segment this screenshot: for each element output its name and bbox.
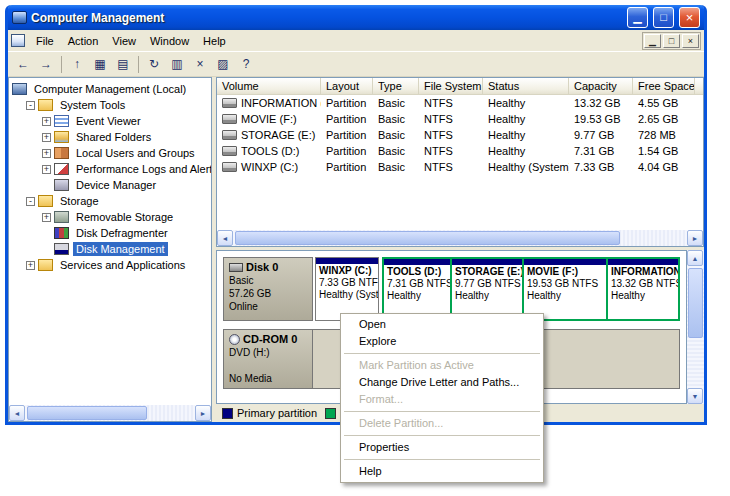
collapse-expander-icon[interactable]: -: [26, 197, 35, 206]
forward-icon[interactable]: →: [35, 54, 57, 75]
folder-icon: [38, 259, 53, 271]
primary-partition-color-icon: [222, 408, 233, 419]
cdrom-label[interactable]: CD-ROM 0 DVD (H:) No Media: [223, 329, 313, 389]
column-header-type[interactable]: Type: [373, 78, 419, 94]
context-menu-item-format: Format...: [342, 391, 542, 408]
event-viewer-icon: [54, 115, 69, 127]
help-icon[interactable]: ?: [235, 54, 257, 75]
menu-view[interactable]: View: [105, 32, 143, 50]
collapse-expander-icon[interactable]: -: [26, 101, 35, 110]
scroll-right-icon[interactable]: ►: [687, 230, 703, 246]
sidebar-item-disk-management[interactable]: Disk Management: [9, 241, 211, 257]
sidebar-item-device-manager[interactable]: Device Manager: [9, 177, 211, 193]
disk0-row: Disk 0 Basic 57.26 GB Online WINXP (C:) …: [223, 257, 680, 321]
expand-expander-icon[interactable]: +: [42, 117, 51, 126]
cdrom-media-status: No Media: [229, 372, 307, 385]
partition-information[interactable]: INFORMATION (G:) 13.32 GB NTFS Healthy: [608, 259, 678, 319]
cdrom-drive: DVD (H:): [229, 346, 307, 359]
sidebar-item-system-tools[interactable]: - System Tools: [9, 97, 211, 113]
column-header-layout[interactable]: Layout: [321, 78, 373, 94]
tree-horizontal-scrollbar[interactable]: ◄ ►: [9, 405, 211, 421]
child-close-button[interactable]: ×: [682, 34, 699, 48]
table-row-winxp[interactable]: WINXP (C:) Partition Basic NTFS Healthy …: [217, 159, 703, 175]
table-row-movie[interactable]: MOVIE (F:) Partition Basic NTFS Healthy …: [217, 111, 703, 127]
volume-list-body: INFORMATION (G:) Partition Basic NTFS He…: [217, 95, 703, 230]
child-restore-button[interactable]: □: [663, 34, 680, 48]
child-window-icon[interactable]: [11, 34, 25, 47]
scrollbar-thumb[interactable]: [688, 268, 703, 338]
context-menu-item-properties[interactable]: Properties: [342, 439, 542, 456]
maximize-button[interactable]: □: [653, 7, 674, 28]
close-button[interactable]: ×: [679, 7, 700, 28]
menu-file[interactable]: File: [29, 32, 61, 50]
context-menu-item-mark-partition-active: Mark Partition as Active: [342, 357, 542, 374]
console-tree: Computer Management (Local) - System Too…: [9, 78, 211, 405]
context-menu-item-explore[interactable]: Explore: [342, 333, 542, 350]
table-row-tools[interactable]: TOOLS (D:) Partition Basic NTFS Healthy …: [217, 143, 703, 159]
expand-expander-icon[interactable]: +: [26, 261, 35, 270]
sidebar-item-storage[interactable]: - Storage: [9, 193, 211, 209]
device-manager-icon: [54, 179, 69, 191]
menu-help[interactable]: Help: [196, 32, 233, 50]
table-row-storage[interactable]: STORAGE (E:) Partition Basic NTFS Health…: [217, 127, 703, 143]
sidebar-item-removable-storage[interactable]: + Removable Storage: [9, 209, 211, 225]
volume-list-header: Volume Layout Type File System Status Ca…: [217, 78, 703, 95]
context-menu-item-help[interactable]: Help: [342, 463, 542, 480]
volume-icon: [222, 114, 237, 124]
delete-icon[interactable]: ×: [189, 54, 211, 75]
column-header-file-system[interactable]: File System: [419, 78, 483, 94]
properties-icon[interactable]: ▨: [212, 54, 234, 75]
table-row-information[interactable]: INFORMATION (G:) Partition Basic NTFS He…: [217, 95, 703, 111]
sidebar-item-disk-defragmenter[interactable]: Disk Defragmenter: [9, 225, 211, 241]
refresh-icon[interactable]: ↻: [143, 54, 165, 75]
child-window-controls: ▁ □ ×: [642, 32, 701, 50]
menu-window[interactable]: Window: [143, 32, 196, 50]
up-level-icon[interactable]: ↑: [66, 54, 88, 75]
scrollbar-thumb[interactable]: [235, 231, 620, 245]
child-minimize-button[interactable]: ▁: [644, 34, 661, 48]
folder-icon: [38, 99, 53, 111]
scroll-right-icon[interactable]: ►: [195, 405, 211, 421]
sidebar-item-performance-logs[interactable]: + Performance Logs and Alerts: [9, 161, 211, 177]
volume-list-horizontal-scrollbar[interactable]: ◄ ►: [217, 230, 703, 246]
disk0-type: Basic: [229, 274, 307, 287]
partition-tools[interactable]: TOOLS (D:) 7.31 GB NTFS Healthy: [384, 259, 450, 319]
column-header-volume[interactable]: Volume: [217, 78, 321, 94]
console-tree-icon[interactable]: ▦: [89, 54, 111, 75]
sidebar-item-shared-folders[interactable]: + Shared Folders: [9, 129, 211, 145]
back-icon[interactable]: ←: [12, 54, 34, 75]
expand-expander-icon[interactable]: +: [42, 149, 51, 158]
context-menu-item-change-drive-letter[interactable]: Change Drive Letter and Paths...: [342, 374, 542, 391]
context-menu-item-open[interactable]: Open: [342, 316, 542, 333]
column-header-status[interactable]: Status: [483, 78, 569, 94]
minimize-button[interactable]: ▁: [627, 7, 648, 28]
menu-separator: [344, 459, 540, 460]
title-bar[interactable]: Computer Management ▁ □ ×: [8, 5, 704, 30]
export-list-icon[interactable]: ▥: [166, 54, 188, 75]
column-header-capacity[interactable]: Capacity: [569, 78, 633, 94]
disk0-label[interactable]: Disk 0 Basic 57.26 GB Online: [223, 257, 313, 321]
sidebar-item-computer-management[interactable]: Computer Management (Local): [9, 81, 211, 97]
column-header-free-space[interactable]: Free Space: [633, 78, 695, 94]
disk-management-icon: [54, 243, 69, 255]
menu-separator: [344, 411, 540, 412]
expand-expander-icon[interactable]: +: [42, 133, 51, 142]
scroll-down-icon[interactable]: ▼: [687, 388, 703, 404]
partition-movie[interactable]: MOVIE (F:) 19.53 GB NTFS Healthy: [524, 259, 606, 319]
menu-bar: File Action View Window Help ▁ □ ×: [8, 30, 704, 52]
expand-expander-icon[interactable]: +: [42, 165, 51, 174]
partition-storage[interactable]: STORAGE (E:) 9.77 GB NTFS Healthy: [452, 259, 522, 319]
scrollbar-thumb[interactable]: [27, 406, 147, 420]
scroll-left-icon[interactable]: ◄: [9, 405, 25, 421]
partition-winxp[interactable]: WINXP (C:) 7.33 GB NTFS Healthy (System): [315, 257, 379, 321]
sidebar-item-local-users-and-groups[interactable]: + Local Users and Groups: [9, 145, 211, 161]
expand-expander-icon[interactable]: +: [42, 213, 51, 222]
sidebar-item-event-viewer[interactable]: + Event Viewer: [9, 113, 211, 129]
menu-action[interactable]: Action: [61, 32, 106, 50]
sidebar-item-services-and-applications[interactable]: + Services and Applications: [9, 257, 211, 273]
panes-icon[interactable]: ▤: [112, 54, 134, 75]
scroll-up-icon[interactable]: ▲: [687, 250, 703, 266]
graphical-vertical-scrollbar[interactable]: ▲ ▼: [687, 250, 704, 404]
scroll-left-icon[interactable]: ◄: [217, 230, 233, 246]
volume-icon: [222, 98, 237, 108]
